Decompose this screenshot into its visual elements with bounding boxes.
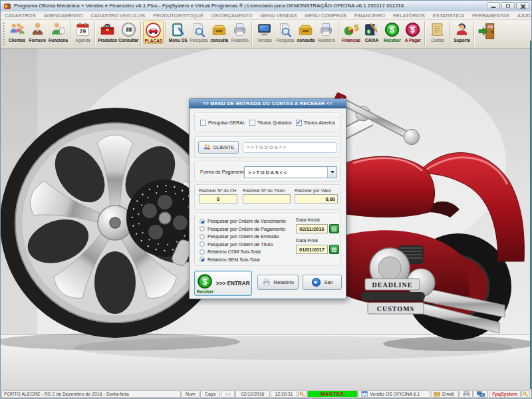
status-user-badge: MASTER [307, 390, 358, 398]
toolbar-fornecedor[interactable]: Fornece [27, 21, 48, 43]
toolbar-clientes[interactable]: Clientes [7, 21, 27, 43]
rastrear-valor-label: Rastrear por Valor [295, 188, 338, 193]
toolbar-caixa[interactable]: $ CAIXA [361, 21, 382, 43]
menu-ajuda[interactable]: AJUDA [513, 11, 532, 20]
menu-cadastro-veiculos[interactable]: CADASTRO VEICULOS [86, 11, 149, 20]
app-window: Programa Oficina Mecânica + Vendas e Fin… [0, 0, 532, 399]
toolbar-placas[interactable]: PLACAS [143, 21, 164, 44]
toolbar-relatorio-vendas[interactable]: Relatório [316, 21, 336, 43]
forma-pagamento-group: Forma de Pagamento > > T O D A S < < [194, 162, 341, 182]
menu-estatistica[interactable]: ESTATISTICA [429, 11, 468, 20]
data-inicial-calendar-button[interactable] [329, 224, 339, 233]
toolbar-sair-programa[interactable]: EXIT [476, 21, 497, 41]
status-date: 02/12/2016 [235, 390, 270, 398]
toolbar-pesquisa-vendas[interactable]: Pesquisa [275, 21, 295, 43]
printer-icon [231, 21, 248, 38]
ordem-data-group: Pesquisar por Ordem de Vencimento Pesqui… [194, 213, 341, 266]
toolbar-relatorio-os[interactable]: Relatório [229, 21, 250, 43]
menu-vendas[interactable]: MENU VENDAS [257, 11, 301, 20]
monitor-icon [256, 21, 273, 38]
restore-button[interactable] [501, 2, 515, 9]
checkbox-titulos-quitados[interactable]: Titulos Quitados [249, 120, 292, 126]
checkbox-titulos-abertos[interactable]: Titulos Abertos [296, 120, 335, 126]
rastrear-ch-field[interactable]: 0 [199, 194, 237, 203]
toolbar-consultar[interactable]: Consultar [118, 21, 139, 43]
toolbar-financas[interactable]: $ Finanças [340, 21, 361, 43]
cliente-group: CLIENTE > > T O D O S < < [194, 136, 341, 158]
receber-caption: Receber [197, 290, 213, 294]
rastrear-valor-field[interactable]: 0,00 [295, 194, 338, 203]
menu-agendamento[interactable]: AGENDAMENTO [40, 11, 87, 20]
toolbar-consulta-os[interactable]: consulta [209, 21, 229, 43]
entrar-button[interactable]: $ Receber >>> ENTRAR [194, 271, 252, 296]
date-range: Data Inicial 02/11/2016 Data Final 01/01… [296, 217, 340, 258]
toolbar-a-pagar[interactable]: $ A Pagar [402, 21, 423, 43]
key-icon [523, 391, 529, 398]
toolbar-separator [70, 21, 71, 46]
toolbar-agenda[interactable]: 29 Agenda [72, 21, 93, 43]
menu-financeiro[interactable]: FINANCEIRO [350, 11, 389, 20]
toolbar-receber[interactable]: $ Receber [382, 21, 402, 43]
menu-produto-estoque[interactable]: PRODUTO/ESTOQUE [149, 11, 207, 20]
menu-relatorios[interactable]: RELATÓRIOS [389, 11, 429, 20]
forma-pagamento-select[interactable]: > > T O D A S < < [244, 166, 337, 178]
drawer-icon [297, 21, 314, 38]
status-email[interactable]: Email [431, 390, 459, 398]
chevron-down-icon[interactable] [327, 167, 336, 178]
clipboard-icon [170, 21, 186, 38]
radio-relatorio-com-subtotal[interactable]: Relatório COM Sub-Total [200, 248, 286, 256]
rastrear-titulo-field[interactable] [243, 194, 291, 203]
relatorio-button[interactable]: Relatório [257, 275, 299, 290]
radio-selected-icon [200, 219, 205, 224]
status-network[interactable] [473, 390, 488, 398]
radio-ordem-titulo[interactable]: Pesquisar por Ordem de Título [200, 241, 286, 249]
radio-icon [200, 249, 205, 255]
data-inicial-label: Data Inicial [296, 217, 340, 223]
radio-icon [200, 234, 205, 239]
toolbar-pesquisa-os[interactable]: Pesquisa [188, 21, 209, 43]
menu-os-orcamento[interactable]: OS/ORÇAMENTO [207, 11, 257, 20]
toolbar-consulta-vendas[interactable]: consulta [295, 21, 316, 43]
cliente-field[interactable]: > > T O D O S < < [243, 142, 337, 153]
menu-ferramentas[interactable]: FERRAMENTAS [468, 11, 513, 20]
radio-ordem-vencimento[interactable]: Pesquisar por Ordem de Vencimento [200, 217, 286, 225]
toolbar-suporte[interactable]: Suporte [452, 21, 472, 43]
status-printer[interactable] [460, 390, 473, 398]
exit-glyph: EXIT [487, 25, 493, 28]
radio-relatorio-sem-subtotal[interactable]: Relatório SEM Sub-Total [200, 256, 286, 264]
receive-money-icon: $ [384, 21, 400, 38]
supplier-icon [29, 21, 46, 38]
checkbox-icon [200, 120, 206, 126]
data-inicial-field[interactable]: 02/11/2016 [296, 224, 328, 233]
toolbar-separator [251, 21, 253, 46]
checkbox-pesquisa-geral[interactable]: Pesquisa GERAL [200, 120, 245, 126]
toolbar-menu-os[interactable]: Menu OS [168, 21, 188, 43]
dialog-titlebar[interactable]: >> MENU DE ENTRADA DO CONTAS A RECEBER <… [190, 99, 346, 108]
radio-ordem-emissao[interactable]: Pesquisar por Ordem de Emissão [200, 233, 286, 241]
radio-selected-icon [200, 257, 205, 262]
minimize-button[interactable] [487, 2, 500, 9]
toolbar-produtos[interactable]: Produtos [97, 21, 118, 43]
radio-ordem-pagamento[interactable]: Pesquisar por Ordem de Pagamento [200, 225, 286, 233]
status-user-key [298, 390, 307, 398]
toolbar-funcionario[interactable]: Funciona [48, 21, 68, 43]
status-capslock: Caps [200, 390, 220, 398]
search-docs-icon [277, 21, 293, 38]
radio-icon [200, 241, 205, 247]
sair-button[interactable]: Sair [303, 275, 342, 290]
checkbox-icon [249, 120, 255, 126]
toolbar-vendas[interactable]: Vendas [254, 21, 275, 43]
printer-icon [262, 277, 271, 287]
clients-icon [9, 21, 25, 38]
data-final-calendar-button[interactable] [329, 245, 339, 254]
cliente-button[interactable]: CLIENTE [198, 141, 239, 154]
printer-icon [463, 391, 470, 398]
toolbar-cartas[interactable]: Cartas [427, 21, 448, 43]
data-final-field[interactable]: 01/01/2017 [296, 245, 328, 254]
menu-compras[interactable]: MENU COMPRAS [301, 11, 350, 20]
employee-icon [50, 21, 66, 38]
ordem-radio-list: Pesquisar por Ordem de Vencimento Pesqui… [200, 217, 286, 263]
close-button[interactable] [516, 2, 529, 9]
menu-cadastros[interactable]: CADASTROS [1, 11, 40, 20]
email-icon [434, 392, 440, 397]
